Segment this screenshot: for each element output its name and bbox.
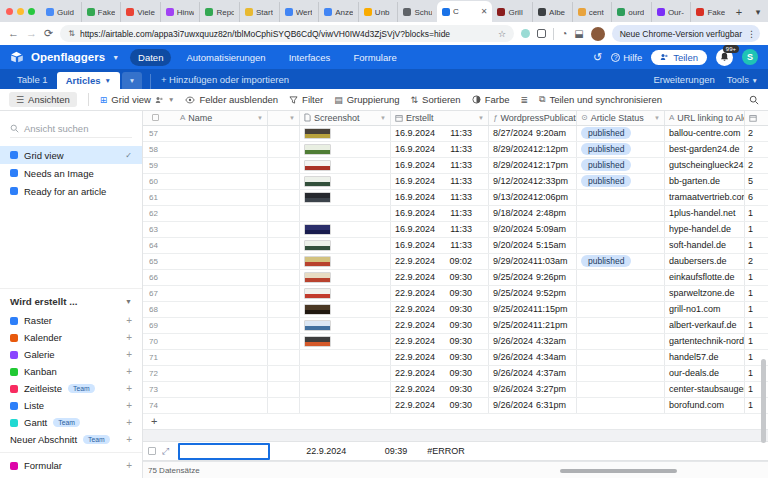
url-cell[interactable]: handel57.de xyxy=(665,350,745,365)
sidebar-view-needs-an-image[interactable]: Needs an Image xyxy=(0,164,142,182)
views-button[interactable]: ☰ Ansichten xyxy=(9,92,77,107)
screenshot-cell[interactable] xyxy=(300,366,391,381)
narrow-cell[interactable] xyxy=(268,382,300,397)
user-avatar[interactable]: S xyxy=(742,49,758,65)
tab-articles[interactable]: Articles ▼ xyxy=(57,72,120,89)
browser-tab[interactable]: Repo xyxy=(199,2,239,22)
sidebar-view-grid-view[interactable]: Grid view✓ xyxy=(0,146,142,164)
group-button[interactable]: ▤ Gruppierung xyxy=(334,94,399,105)
name-cell[interactable] xyxy=(176,398,268,413)
wordpress-cell[interactable]: 8/27/20249:20am xyxy=(489,126,577,141)
screenshot-thumbnail[interactable] xyxy=(304,224,331,235)
name-cell[interactable] xyxy=(176,382,268,397)
url-cell[interactable]: gutscheinglueck24.de xyxy=(665,158,745,173)
status-cell[interactable] xyxy=(577,398,665,413)
truncated-cell[interactable]: 1 xyxy=(745,286,768,301)
name-cell[interactable] xyxy=(176,190,268,205)
grid-view-button[interactable]: ⊞ Grid view ▼ xyxy=(100,94,175,105)
name-cell[interactable] xyxy=(176,334,268,349)
macos-window-controls[interactable] xyxy=(6,0,35,22)
screenshot-cell[interactable] xyxy=(300,238,391,253)
erstellt-cell[interactable]: 16.9.202411:33 xyxy=(391,126,489,141)
browser-tab[interactable]: Unb xyxy=(358,2,398,22)
url-cell[interactable]: our-deals.de xyxy=(665,366,745,381)
url-cell[interactable]: ballou-centre.com xyxy=(665,126,745,141)
workspace-name[interactable]: Openflaggers xyxy=(31,51,105,63)
add-view-icon[interactable]: + xyxy=(126,434,132,445)
truncated-cell[interactable]: 1 xyxy=(745,238,768,253)
browser-profile-avatar[interactable] xyxy=(591,27,605,41)
table-list-chevron-tab[interactable]: ▼ xyxy=(122,72,142,89)
wordpress-cell[interactable]: 9/13/202412:06pm xyxy=(489,190,577,205)
close-window-button[interactable] xyxy=(6,8,13,15)
status-cell[interactable]: published xyxy=(577,174,665,189)
status-cell[interactable] xyxy=(577,286,665,301)
create-item-neuer-abschnitt[interactable]: Neuer AbschnittTeam+ xyxy=(0,431,142,448)
table-row[interactable]: 6316.9.202411:339/20/20245:09amhype-hand… xyxy=(143,222,768,238)
table-row[interactable]: 7222.9.202409:309/26/20244:37amour-deals… xyxy=(143,366,768,382)
browser-tab[interactable]: Fake xyxy=(690,2,730,22)
back-icon[interactable]: ← xyxy=(8,28,19,39)
browser-tab[interactable]: Fake xyxy=(81,2,121,22)
url-cell[interactable]: daubersers.de xyxy=(665,254,745,269)
truncated-cell[interactable]: 5 xyxy=(745,174,768,189)
hide-fields-button[interactable]: Felder ausblenden xyxy=(185,94,278,105)
table-row[interactable]: 6016.9.202411:339/12/202412:33pmpublishe… xyxy=(143,174,768,190)
truncated-cell[interactable]: 2 xyxy=(745,126,768,141)
screenshot-cell[interactable] xyxy=(300,302,391,317)
narrow-cell[interactable] xyxy=(268,254,300,269)
screenshot-cell[interactable] xyxy=(300,350,391,365)
create-section-header[interactable]: Wird erstellt ... ▼ xyxy=(0,294,142,312)
column-header-url[interactable]: A URL linking to Alert ▼ xyxy=(665,111,745,125)
column-header-name[interactable]: A Name ▼ xyxy=(176,111,268,125)
status-cell[interactable] xyxy=(577,270,665,285)
workspace-chevron-icon[interactable]: ▼ xyxy=(112,54,119,61)
wordpress-cell[interactable]: 9/12/202412:33pm xyxy=(489,174,577,189)
column-header-truncated[interactable] xyxy=(745,111,768,125)
status-cell[interactable]: published xyxy=(577,142,665,157)
table-row[interactable]: 6522.9.202409:029/29/202411:03ampublishe… xyxy=(143,254,768,270)
airtable-logo-icon[interactable] xyxy=(10,51,24,63)
name-cell[interactable] xyxy=(176,126,268,141)
create-item-kanban[interactable]: Kanban+ xyxy=(0,363,142,380)
notifications-button[interactable]: 99+ xyxy=(716,49,733,66)
url-cell[interactable]: bb-garten.de xyxy=(665,174,745,189)
table-row[interactable]: 7122.9.202409:309/26/20244:34amhandel57.… xyxy=(143,350,768,366)
browser-tab[interactable]: Start xyxy=(239,2,279,22)
share-button[interactable]: Teilen xyxy=(651,50,707,65)
name-cell[interactable] xyxy=(176,254,268,269)
url-cell[interactable]: einkaufsflotte.de xyxy=(665,270,745,285)
column-menu-chevron-icon[interactable]: ▼ xyxy=(654,115,660,121)
wordpress-cell[interactable]: 9/26/20244:32am xyxy=(489,334,577,349)
vertical-scrollbar[interactable] xyxy=(761,359,766,443)
narrow-cell[interactable] xyxy=(268,286,300,301)
erstellt-cell[interactable]: 16.9.202411:33 xyxy=(391,206,489,221)
nav-daten[interactable]: Daten xyxy=(130,49,171,66)
search-icon[interactable] xyxy=(749,95,759,105)
add-or-import-button[interactable]: + Hinzufügen oder importieren xyxy=(150,74,299,89)
status-cell[interactable]: published xyxy=(577,254,665,269)
screenshot-cell[interactable] xyxy=(300,142,391,157)
browser-tab[interactable]: Schu xyxy=(397,2,437,22)
share-sync-button[interactable]: ⧉ Teilen und synchronisieren xyxy=(539,94,662,105)
erstellt-cell[interactable]: 22.9.202409:30 xyxy=(391,270,489,285)
screenshot-thumbnail[interactable] xyxy=(304,304,331,315)
wordpress-cell[interactable]: 9/26/20243:27pm xyxy=(489,382,577,397)
screenshot-cell[interactable] xyxy=(300,158,391,173)
erstellt-cell[interactable]: 22.9.202409:30 xyxy=(391,382,489,397)
add-view-icon[interactable]: + xyxy=(126,349,132,360)
add-view-icon[interactable]: + xyxy=(126,400,132,411)
table-row[interactable]: 6822.9.202409:309/25/202411:15pmgrill-no… xyxy=(143,302,768,318)
erstellt-cell[interactable]: 22.9.202409:30 xyxy=(391,318,489,333)
url-cell[interactable]: soft-handel.de xyxy=(665,238,745,253)
cast-icon[interactable]: ⬓ xyxy=(574,28,583,39)
url-cell[interactable]: tramaatvertrieb.com xyxy=(665,190,745,205)
browser-menu-icon[interactable]: ⋮ xyxy=(747,29,756,39)
erstellt-cell[interactable]: 22.9.202409:30 xyxy=(391,286,489,301)
name-cell[interactable] xyxy=(176,174,268,189)
browser-tab[interactable]: Anze xyxy=(318,2,358,22)
extension-dot-icon[interactable] xyxy=(521,29,530,38)
screenshot-thumbnail[interactable] xyxy=(304,144,331,155)
url-cell[interactable]: 1plus-handel.net xyxy=(665,206,745,221)
column-header-wordpress[interactable]: ƒ WordpressPublicati... ▼ xyxy=(489,111,577,125)
